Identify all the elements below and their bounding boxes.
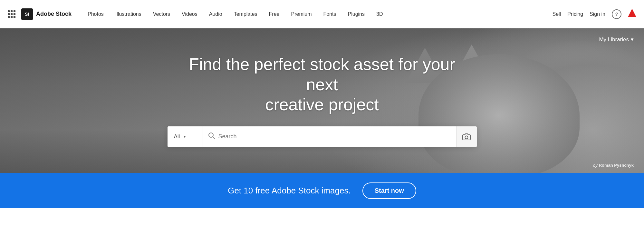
nav-link-3d[interactable]: 3D bbox=[370, 0, 389, 28]
search-input[interactable] bbox=[218, 133, 451, 140]
search-category-dropdown[interactable]: All ▾ bbox=[168, 126, 203, 147]
nav-link-photos[interactable]: Photos bbox=[82, 0, 110, 28]
navbar: St Adobe Stock Photos Illustrations Vect… bbox=[0, 0, 644, 28]
nav-sell-link[interactable]: Sell bbox=[552, 11, 561, 17]
svg-point-3 bbox=[465, 136, 468, 139]
logo[interactable]: St Adobe Stock bbox=[21, 8, 72, 20]
nav-right: Sell Pricing Sign in ? bbox=[552, 9, 636, 19]
nav-link-free[interactable]: Free bbox=[263, 0, 285, 28]
logo-text: Adobe Stock bbox=[36, 11, 72, 17]
search-category-label: All bbox=[174, 133, 180, 140]
nav-link-fonts[interactable]: Fonts bbox=[318, 0, 342, 28]
photo-credit: by Roman Pyshchyk bbox=[593, 163, 634, 168]
my-libraries-label: My Libraries bbox=[599, 36, 629, 43]
nav-link-plugins[interactable]: Plugins bbox=[342, 0, 370, 28]
logo-box: St bbox=[21, 8, 33, 20]
nav-pricing-link[interactable]: Pricing bbox=[567, 11, 583, 17]
logo-short: St bbox=[25, 12, 29, 17]
my-libraries-button[interactable]: My Libraries ▾ bbox=[599, 36, 634, 43]
dropdown-chevron-icon: ▾ bbox=[184, 134, 186, 139]
nav-link-templates[interactable]: Templates bbox=[228, 0, 263, 28]
help-icon[interactable]: ? bbox=[612, 9, 621, 19]
promo-text: Get 10 free Adobe Stock images. bbox=[228, 186, 351, 196]
adobe-logo-icon[interactable] bbox=[628, 9, 636, 19]
nav-link-vectors[interactable]: Vectors bbox=[147, 0, 176, 28]
nav-link-videos[interactable]: Videos bbox=[176, 0, 203, 28]
camera-search-button[interactable] bbox=[456, 126, 477, 147]
photo-credit-name: Roman Pyshchyk bbox=[599, 163, 634, 168]
hero-title: Find the perfect stock asset for your ne… bbox=[177, 54, 467, 114]
hero-content: Find the perfect stock asset for your ne… bbox=[0, 54, 644, 147]
apps-menu-icon[interactable] bbox=[8, 10, 15, 18]
nav-signin-link[interactable]: Sign in bbox=[590, 11, 605, 17]
start-now-button[interactable]: Start now bbox=[362, 182, 416, 199]
search-icon bbox=[208, 132, 215, 141]
svg-marker-0 bbox=[628, 9, 636, 17]
hero-section: My Libraries ▾ Find the perfect stock as… bbox=[0, 28, 644, 173]
nav-link-premium[interactable]: Premium bbox=[285, 0, 318, 28]
svg-line-2 bbox=[213, 137, 215, 139]
nav-link-illustrations[interactable]: Illustrations bbox=[110, 0, 147, 28]
promo-banner: Get 10 free Adobe Stock images. Start no… bbox=[0, 173, 644, 208]
search-bar: All ▾ bbox=[168, 126, 477, 147]
my-libraries-chevron: ▾ bbox=[631, 36, 634, 43]
nav-links: Photos Illustrations Vectors Videos Audi… bbox=[82, 0, 552, 28]
search-input-wrap bbox=[203, 126, 456, 147]
nav-link-audio[interactable]: Audio bbox=[203, 0, 228, 28]
